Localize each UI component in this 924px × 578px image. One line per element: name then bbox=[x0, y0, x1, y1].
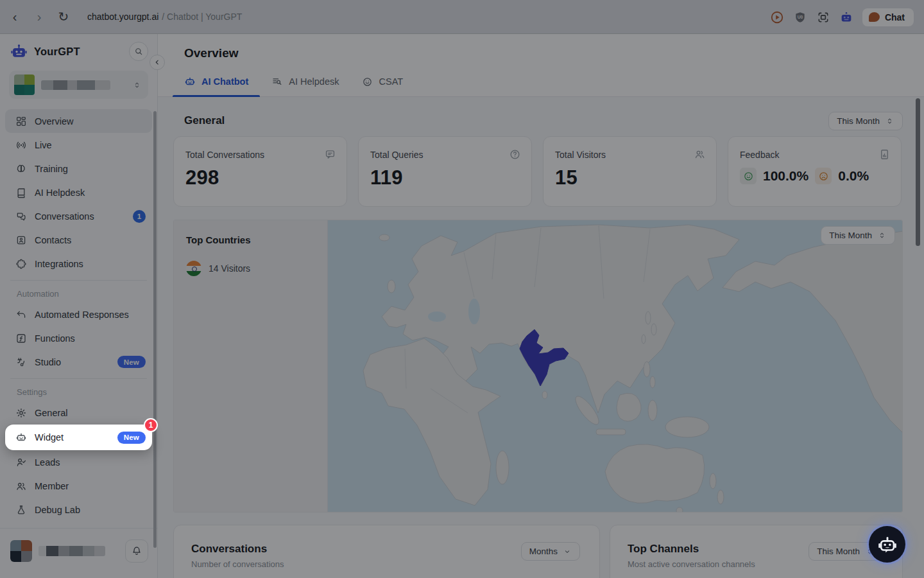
sidebar-item-widget[interactable]: Widget New 1 bbox=[5, 425, 152, 450]
widget-new-badge: New bbox=[117, 432, 146, 444]
widget-alert-badge: 1 bbox=[144, 418, 158, 432]
sidebar-item-label: Widget bbox=[35, 432, 64, 442]
robot-icon bbox=[15, 432, 27, 443]
spotlight-overlay bbox=[0, 0, 924, 578]
yourgpt-dashboard: ‹ › ↻ chatbot.yourgpt.ai / Chatbot | You… bbox=[0, 0, 924, 578]
chat-widget-launcher[interactable] bbox=[869, 526, 905, 563]
robot-face-icon bbox=[877, 534, 898, 556]
